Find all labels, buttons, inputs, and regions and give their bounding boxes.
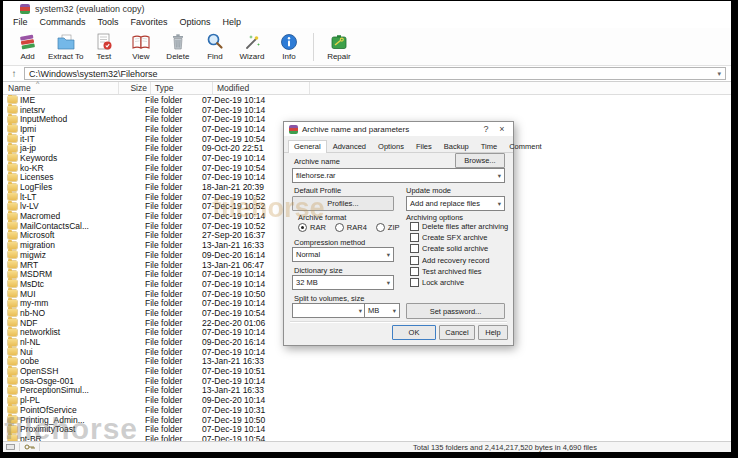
menu-item[interactable]: Commands [34, 17, 92, 27]
chevron-down-icon[interactable]: ▾ [717, 70, 721, 78]
menu-item[interactable]: File [7, 17, 34, 27]
wizard-button[interactable]: Wizard [233, 32, 270, 61]
dialog-tab[interactable]: Options [372, 139, 410, 152]
menu-item[interactable]: Options [174, 17, 217, 27]
dialog-tab[interactable]: General [288, 140, 327, 153]
column-header-name[interactable]: Name [3, 82, 119, 94]
option-checkbox[interactable]: Create SFX archive [410, 234, 508, 242]
option-checkbox[interactable]: Test archived files [410, 267, 508, 275]
file-modified-cell: 22-Dec-20 01:06 [198, 318, 290, 328]
repair-button[interactable]: Repair [320, 32, 357, 61]
file-row[interactable]: osa-Osge-001 File folder 07-Dec-19 10:14 [3, 376, 731, 386]
address-combobox[interactable]: C:\Windows\system32\Filehorse ▾ [24, 67, 726, 80]
dialog-title-bar: Archive name and parameters ? × [284, 122, 513, 136]
set-password-button[interactable]: Set password... [406, 303, 505, 319]
delete-button[interactable]: Delete [159, 32, 196, 61]
file-row[interactable]: inetsrv File folder 07-Dec-19 10:14 [3, 105, 731, 115]
dictionary-size-select[interactable]: 32 MB ▾ [292, 275, 394, 290]
file-row[interactable]: Nui File folder 07-Dec-19 10:14 [3, 347, 731, 357]
file-row[interactable]: pl-PL File folder 09-Dec-20 10:14 [3, 395, 731, 405]
split-volumes-combobox[interactable]: ▾ [292, 303, 366, 318]
dialog-help-icon[interactable]: ? [480, 124, 492, 134]
file-modified-cell: 07-Dec-19 10:14 [198, 172, 290, 182]
menu-item[interactable]: Favorites [125, 17, 174, 27]
format-radio[interactable]: ZIP [376, 223, 400, 232]
dialog-tab[interactable]: Backup [438, 139, 475, 152]
info-button[interactable]: Info [270, 32, 307, 61]
file-modified-cell: 18-Jan-21 20:39 [198, 182, 290, 192]
folder-icon [8, 319, 17, 326]
file-type-cell: File folder [141, 356, 198, 366]
folder-icon [8, 377, 17, 384]
split-unit-select[interactable]: MB ▾ [364, 303, 400, 318]
file-type-cell: File folder [141, 289, 198, 299]
chevron-down-icon[interactable]: ▾ [387, 279, 390, 287]
file-type-cell: File folder [141, 105, 198, 115]
dialog-tab[interactable]: Files [410, 139, 438, 152]
file-row[interactable]: OpenSSH File folder 07-Dec-19 10:51 [3, 366, 731, 376]
toolbar: Add Extract To Test View Delete Find Wiz… [3, 28, 731, 66]
wizard-icon [242, 32, 262, 52]
option-checkbox[interactable]: Lock archive [410, 278, 508, 286]
file-type-cell: File folder [141, 95, 198, 105]
file-type-cell: File folder [141, 134, 198, 144]
file-modified-cell: 09-Dec-20 10:14 [198, 395, 290, 405]
up-one-level-icon[interactable]: ↑ [8, 68, 20, 80]
file-row[interactable]: PerceptionSimul... File folder 13-Jan-21… [3, 386, 731, 396]
column-header-size[interactable]: Size [119, 82, 151, 94]
column-header-type[interactable]: Type [151, 82, 213, 94]
update-mode-select[interactable]: Add and replace files ▾ [406, 196, 505, 211]
folder-icon [8, 174, 17, 181]
compression-method-select[interactable]: Normal ▾ [292, 247, 394, 262]
file-modified-cell: 07-Dec-19 10:14 [198, 124, 290, 134]
file-name-cell: networklist [3, 327, 113, 337]
chevron-down-icon[interactable]: ▾ [359, 307, 362, 315]
chevron-down-icon[interactable]: ▾ [387, 251, 390, 259]
folder-icon [8, 309, 17, 316]
view-button[interactable]: View [122, 32, 159, 61]
archive-name-combobox[interactable]: filehorse.rar ▾ [292, 168, 505, 183]
file-modified-cell: 07-Dec-19 10:14 [198, 327, 290, 337]
folder-icon [8, 271, 17, 278]
file-row[interactable]: IME File folder 07-Dec-19 10:14 [3, 95, 731, 105]
cancel-button[interactable]: Cancel [439, 325, 475, 340]
folder-icon [8, 368, 17, 375]
ok-button[interactable]: OK [392, 325, 436, 340]
file-modified-cell: 07-Dec-19 10:54 [198, 163, 290, 173]
file-name-cell: lt-LT [3, 192, 113, 202]
format-radio[interactable]: RAR [298, 223, 326, 232]
dialog-tab[interactable]: Comment [503, 139, 548, 152]
browse-button[interactable]: Browse... [455, 153, 505, 168]
menu-item[interactable]: Tools [92, 17, 125, 27]
test-button[interactable]: Test [85, 32, 122, 61]
chevron-down-icon[interactable]: ▾ [393, 307, 396, 315]
file-name-cell: MSDRM [3, 269, 113, 279]
help-button[interactable]: Help [478, 325, 508, 340]
close-icon[interactable]: × [496, 124, 508, 134]
dialog-tab[interactable]: Time [475, 139, 503, 152]
find-button[interactable]: Find [196, 32, 233, 61]
file-type-cell: File folder [141, 269, 198, 279]
file-modified-cell: 09-Dec-20 16:14 [198, 337, 290, 347]
folder-icon [8, 261, 17, 268]
dialog-tab[interactable]: Advanced [327, 139, 372, 152]
folder-icon [8, 106, 17, 113]
file-type-cell: File folder [141, 376, 198, 386]
file-type-cell: File folder [141, 182, 198, 192]
chevron-down-icon[interactable]: ▾ [498, 200, 501, 208]
format-radio[interactable]: RAR4 [335, 223, 367, 232]
file-name-cell: Licenses [3, 172, 113, 182]
add-button[interactable]: Add [9, 32, 46, 61]
column-header-modified[interactable]: Modified [213, 82, 310, 94]
file-modified-cell: 27-Sep-20 16:37 [198, 230, 290, 240]
file-modified-cell: 07-Dec-19 10:54 [198, 134, 290, 144]
option-checkbox[interactable]: Create solid archive [410, 245, 508, 253]
chevron-down-icon[interactable]: ▾ [498, 172, 501, 180]
option-checkbox[interactable]: Add recovery record [410, 256, 508, 264]
option-checkbox[interactable]: Delete files after archiving [410, 223, 508, 231]
menu-item[interactable]: Help [217, 17, 248, 27]
file-modified-cell: 07-Dec-19 10:14 [198, 95, 290, 105]
file-name-cell: MailContactsCal... [3, 221, 113, 231]
extract-to-button[interactable]: Extract To [46, 32, 85, 61]
file-row[interactable]: oobe File folder 13-Jan-21 16:33 [3, 357, 731, 367]
